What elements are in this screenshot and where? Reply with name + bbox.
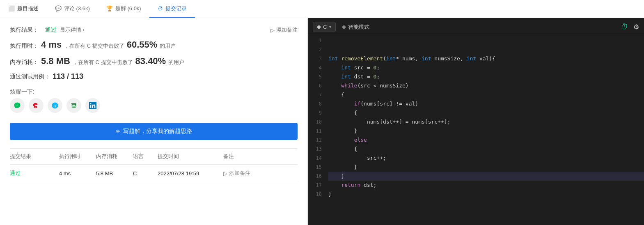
editor-toolbar: C ▾ 智能模式 ⏱ ⚙ xyxy=(308,18,644,36)
line-num-1: 1 xyxy=(308,36,328,45)
code-line-14: 14 src++; xyxy=(308,154,644,163)
code-line-10: 10 nums[dst++] = nums[src++]; xyxy=(308,117,644,126)
line-num-16: 16 xyxy=(308,172,328,181)
line-num-13: 13 xyxy=(308,145,328,154)
tab-submissions[interactable]: ⏱ 提交记录 xyxy=(149,0,195,18)
mem-suffix1: ，在所有 C 提交中击败了 xyxy=(73,59,133,66)
tab-description[interactable]: ⬜ 题目描述 xyxy=(0,0,47,18)
line-content-2 xyxy=(328,45,644,54)
mem-percent: 83.40% xyxy=(135,56,166,67)
timer-icon[interactable]: ⏱ xyxy=(621,23,628,31)
circle-icon xyxy=(317,25,321,29)
line-num-4: 4 xyxy=(308,63,328,72)
time-suffix2: 的用户 xyxy=(160,42,176,50)
time-stat-row: 执行用时： 4 ms ，在所有 C 提交中击败了 60.55% 的用户 xyxy=(10,39,298,50)
line-content-18: } xyxy=(328,190,644,199)
line-num-11: 11 xyxy=(308,126,328,135)
qq-icon[interactable] xyxy=(48,98,62,113)
wechat-icon[interactable] xyxy=(10,98,25,113)
line-content-4: int src = 0; xyxy=(328,63,644,72)
line-content-8: if(nums[src] != val) xyxy=(328,99,644,108)
col-time: 执行用时 xyxy=(59,153,96,160)
col-submit-time: 提交时间 xyxy=(158,153,223,160)
line-num-2: 2 xyxy=(308,45,328,54)
tab-comments[interactable]: 💬 评论 (3.6k) xyxy=(47,0,98,18)
add-note-icon-top: ▷ xyxy=(270,27,275,33)
smart-dot xyxy=(342,25,346,29)
time-percent: 60.55% xyxy=(127,39,158,50)
lang-selector[interactable]: C ▾ xyxy=(313,22,336,32)
code-line-2: 2 xyxy=(308,45,644,54)
row-result: 通过 xyxy=(10,170,59,177)
tab-submissions-label: 提交记录 xyxy=(165,5,187,12)
lang-label: C xyxy=(323,24,327,30)
line-num-5: 5 xyxy=(308,72,328,81)
line-num-9: 9 xyxy=(308,108,328,117)
settings-icon[interactable]: ⚙ xyxy=(633,23,639,31)
testcase-row: 通过测试用例： 113 / 113 xyxy=(10,72,298,81)
code-line-4: 4 int src = 0; xyxy=(308,63,644,72)
table-row: 通过 4 ms 5.8 MB C 2022/07/28 19:59 ▷ 添加备注 xyxy=(10,165,298,182)
line-content-6: while(src < numsSize) xyxy=(328,81,644,90)
code-line-11: 11 } xyxy=(308,126,644,135)
description-icon: ⬜ xyxy=(8,5,15,11)
share-label: 炫耀一下: xyxy=(10,88,298,96)
linkedin-icon[interactable] xyxy=(85,98,100,113)
time-label: 执行用时： xyxy=(10,42,39,50)
result-label: 执行结果： xyxy=(10,26,39,34)
row-memory: 5.8 MB xyxy=(96,170,133,177)
mem-stat-row: 内存消耗： 5.8 MB ，在所有 C 提交中击败了 83.40% 的用户 xyxy=(10,56,298,67)
line-content-11: } xyxy=(328,126,644,135)
main-content: 执行结果： 通过 显示详情 › ▷ 添加备注 执行用时： 4 ms ，在所有 C… xyxy=(0,18,644,225)
testcase-label: 通过测试用例： xyxy=(10,73,50,80)
submissions-table: 提交结果 执行用时 内存消耗 语言 提交时间 备注 通过 4 ms 5.8 MB… xyxy=(10,148,298,182)
code-line-8: 8 if(nums[src] != val) xyxy=(308,99,644,108)
tab-description-label: 题目描述 xyxy=(17,5,39,12)
line-num-14: 14 xyxy=(308,154,328,163)
social-icons xyxy=(10,98,298,113)
douban-icon[interactable] xyxy=(66,98,81,113)
mem-suffix2: 的用户 xyxy=(168,59,184,66)
add-note-btn-top[interactable]: ▷ 添加备注 xyxy=(270,26,298,34)
time-value: 4 ms xyxy=(41,39,62,50)
line-num-6: 6 xyxy=(308,81,328,90)
left-panel: 执行结果： 通过 显示详情 › ▷ 添加备注 执行用时： 4 ms ，在所有 C… xyxy=(0,18,308,225)
tab-bar: ⬜ 题目描述 💬 评论 (3.6k) 🏆 题解 (6.0k) ⏱ 提交记录 xyxy=(0,0,644,18)
row-time: 4 ms xyxy=(59,170,96,177)
write-solution-btn[interactable]: ✏ 写题解，分享我的解题思路 xyxy=(10,123,298,140)
line-content-5: int dst = 0; xyxy=(328,72,644,81)
right-panel: C ▾ 智能模式 ⏱ ⚙ 1 2 xyxy=(308,18,644,225)
submissions-icon: ⏱ xyxy=(158,5,163,11)
line-content-7: { xyxy=(328,90,644,99)
code-line-15: 15 } xyxy=(308,163,644,172)
code-line-13: 13 { xyxy=(308,145,644,154)
line-content-10: nums[dst++] = nums[src++]; xyxy=(328,117,644,126)
solutions-icon: 🏆 xyxy=(106,5,113,11)
line-content-14: src++; xyxy=(328,154,644,163)
smart-mode-label: 智能模式 xyxy=(348,23,369,31)
weibo-icon[interactable] xyxy=(29,98,44,113)
code-area[interactable]: 1 2 3 int removeElement(int* nums, int n… xyxy=(308,36,644,225)
code-line-9: 9 { xyxy=(308,108,644,117)
col-lang: 语言 xyxy=(133,153,158,160)
col-result: 提交结果 xyxy=(10,153,59,160)
code-line-12: 12 else xyxy=(308,135,644,145)
code-line-3: 3 int removeElement(int* nums, int numsS… xyxy=(308,54,644,63)
line-num-17: 17 xyxy=(308,181,328,190)
col-note: 备注 xyxy=(223,153,298,160)
table-header: 提交结果 执行用时 内存消耗 语言 提交时间 备注 xyxy=(10,149,298,165)
line-content-15: } xyxy=(328,163,644,172)
result-detail-link[interactable]: 显示详情 › xyxy=(60,26,85,34)
result-status: 通过 xyxy=(45,26,57,34)
result-section: 执行结果： 通过 显示详情 › ▷ 添加备注 xyxy=(10,26,298,34)
row-add-note-btn[interactable]: ▷ 添加备注 xyxy=(223,170,298,177)
tab-solutions[interactable]: 🏆 题解 (6.0k) xyxy=(98,0,149,18)
code-line-1: 1 xyxy=(308,36,644,45)
row-add-note-icon: ▷ xyxy=(223,170,227,177)
line-num-12: 12 xyxy=(308,135,328,145)
row-lang: C xyxy=(133,170,158,177)
comments-icon: 💬 xyxy=(55,5,62,11)
smart-mode: 智能模式 xyxy=(342,23,369,31)
col-memory: 内存消耗 xyxy=(96,153,133,160)
line-num-7: 7 xyxy=(308,90,328,99)
